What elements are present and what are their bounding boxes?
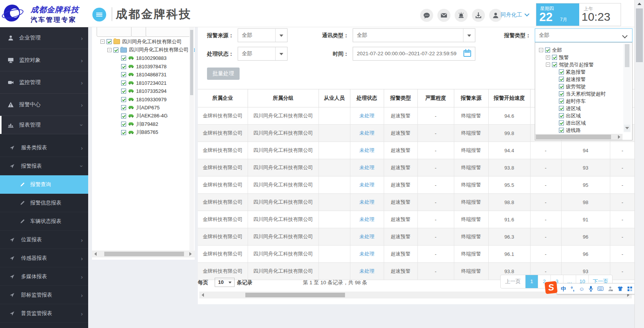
checkbox-checked[interactable] (121, 114, 126, 119)
checkbox-checked[interactable] (121, 97, 126, 102)
tree-vertical-scrollbar[interactable] (189, 27, 194, 251)
chinese-mode-icon[interactable]: 中 (561, 286, 566, 292)
cell-status-link[interactable]: 未处理 (350, 176, 384, 194)
sidebar-subitem[interactable]: 位置报表 › (0, 231, 88, 249)
sidebar-item[interactable]: 监控管理 › (0, 71, 88, 94)
table-row[interactable]: 金牌科技有限公司 四川同舟化工科技有限公司 未处理 超速预警 - 终端报警 96… (198, 228, 635, 246)
checkbox-checked[interactable] (552, 62, 557, 67)
shirt-icon[interactable] (618, 286, 623, 291)
person-skin-icon[interactable] (608, 286, 613, 292)
alarm-source-select[interactable]: 全部 (238, 28, 288, 42)
table-row[interactable]: 金牌科技有限公司 四川同舟化工科技有限公司 未处理 超速预警 - 终端报警 93… (198, 159, 635, 176)
message-button[interactable] (420, 9, 433, 22)
table-row[interactable]: 金牌科技有限公司 四川同舟化工科技有限公司 未处理 超速预警 - 终端报警 95… (198, 176, 635, 194)
handle-status-select[interactable]: 全部 (238, 47, 288, 61)
tree-node-vehicle[interactable]: 18104868731 (92, 71, 195, 79)
hamburger-menu-button[interactable] (92, 8, 106, 21)
table-row[interactable]: 金牌科技有限公司 四川同舟化工科技有限公司 未处理 超速预警 - 终端报警 91… (198, 211, 635, 228)
scrollbar-thumb[interactable] (245, 293, 345, 297)
sidebar-subitem[interactable]: 报警查询 › (0, 175, 88, 194)
sidebar-item[interactable]: 报表管理 › (0, 116, 88, 134)
alarm-type-tree-item[interactable]: 全部 (535, 46, 623, 54)
col-severity[interactable]: 严重程度 (417, 89, 454, 107)
tree-node-vehicle[interactable]: 18107234021 (92, 79, 195, 87)
tree-node-vehicle[interactable]: 川B79482 (92, 120, 195, 129)
table-row[interactable]: 金牌科技有限公司 四川同舟化工科技有限公司 未处理 超速预警 - 终端报警 94… (198, 142, 635, 159)
scrollbar-thumb[interactable] (104, 252, 184, 256)
cell-status-link[interactable]: 未处理 (350, 142, 384, 159)
tree-horizontal-scrollbar[interactable] (92, 251, 195, 257)
calendar-icon[interactable] (463, 50, 471, 57)
alarm-type-tree-item[interactable]: 当天累积驾驶超时 (535, 90, 623, 97)
per-page-select[interactable]: 10 (215, 278, 235, 287)
cell-status-link[interactable]: 未处理 (350, 159, 384, 176)
tree-filter-input[interactable] (146, 27, 192, 37)
sidebar-subitem[interactable]: 四川监管报表 › (0, 323, 88, 328)
scrollbar-thumb[interactable] (636, 8, 643, 62)
col-start-speed[interactable]: 报警开始速度 (488, 89, 530, 107)
checkbox-checked[interactable] (121, 122, 126, 127)
checkbox-checked[interactable] (121, 81, 126, 86)
emoji-icon[interactable]: ☺ (579, 286, 584, 292)
voice-input-icon[interactable] (589, 286, 593, 292)
collapse-icon[interactable] (100, 40, 105, 44)
col-alarm-source[interactable]: 报警来源 (454, 89, 488, 107)
checkbox-checked[interactable] (121, 130, 126, 135)
checkbox-checked[interactable] (559, 84, 564, 89)
col-group[interactable]: 所属分组 (248, 89, 319, 107)
scroll-left-icon[interactable] (94, 252, 97, 256)
account-button[interactable] (489, 9, 502, 22)
checkbox-checked[interactable] (121, 64, 126, 69)
checkbox-checked[interactable] (559, 99, 564, 104)
checkbox-checked[interactable] (121, 89, 126, 94)
checkbox-checked[interactable] (121, 105, 126, 110)
col-handle-status[interactable]: 处理状态 (350, 89, 384, 107)
tree-node-vehicle[interactable]: 18100290883 (92, 54, 195, 63)
tree-search-button[interactable] (131, 27, 146, 37)
cell-status-link[interactable]: 未处理 (350, 107, 384, 125)
tree-node-group[interactable]: 四川同舟化工科技有限公司 (10) (92, 46, 195, 54)
alarm-type-tree-item[interactable]: 紧急报警 (535, 68, 623, 76)
cell-status-link[interactable]: 未处理 (350, 125, 384, 142)
download-button[interactable] (472, 9, 485, 22)
alarm-type-tree-item[interactable]: 出区域 (535, 112, 623, 119)
dropdown-vertical-scrollbar[interactable] (623, 43, 631, 132)
sidebar-subitem[interactable]: 报警报表 › (0, 157, 88, 175)
tree-node-vehicle[interactable]: 川ADP675 (92, 104, 195, 112)
checkbox-checked[interactable] (121, 56, 126, 61)
prev-page-button[interactable]: 上一页 (501, 275, 525, 288)
alarm-type-tree-item[interactable]: 超速报警 (535, 76, 623, 83)
table-row[interactable]: 金牌科技有限公司 四川同舟化工科技有限公司 未处理 超速预警 - 终端报警 98… (198, 194, 635, 211)
page-button[interactable]: 1 (525, 275, 538, 288)
alarm-type-tree-item[interactable]: 进出区域 (535, 119, 623, 127)
scroll-up-icon[interactable] (635, 0, 644, 8)
cell-status-link[interactable]: 未处理 (350, 228, 384, 246)
expander-icon[interactable] (546, 55, 550, 59)
alarm-type-tree-item[interactable]: 进区域 (535, 105, 623, 112)
sidebar-subitem[interactable]: 报警信息报表 › (0, 194, 88, 212)
checkbox-checked[interactable] (121, 72, 126, 77)
collapse-icon[interactable] (107, 48, 112, 52)
tree-node-vehicle[interactable]: 18107335294 (92, 87, 195, 96)
checkbox-checked[interactable] (559, 120, 564, 125)
cell-status-link[interactable]: 未处理 (350, 194, 384, 211)
sidebar-subitem[interactable]: 服务类报表 › (0, 138, 88, 157)
cell-status-link[interactable]: 未处理 (350, 246, 384, 263)
window-scrollbar[interactable] (634, 0, 644, 328)
checkbox-checked[interactable] (552, 55, 557, 60)
toolbox-icon[interactable] (628, 287, 632, 291)
user-menu[interactable]: 同舟化工 (501, 12, 528, 18)
col-personnel[interactable]: 从业人员 (319, 89, 350, 107)
alarm-type-tree-item[interactable]: 预警 (535, 54, 623, 61)
col-alarm-type[interactable]: 报警类型 (384, 89, 417, 107)
sidebar-item[interactable]: 企业管理 › (0, 27, 88, 49)
alarm-type-combo[interactable]: 全部 (535, 28, 632, 42)
sidebar-subitem[interactable]: 传感器报表 › (0, 249, 88, 267)
col-enterprise[interactable]: 所属企业 (198, 89, 248, 107)
sidebar-subitem[interactable]: 多媒体报表 › (0, 267, 88, 286)
tree-node-vehicle[interactable]: 18109330979 (92, 96, 195, 104)
alarm-type-tree-item[interactable]: 疲劳驾驶 (535, 83, 623, 90)
sidebar-subitem[interactable]: 普货监管报表 › (0, 304, 88, 323)
checkbox-checked[interactable] (545, 48, 550, 53)
scroll-down-button[interactable] (624, 125, 630, 132)
